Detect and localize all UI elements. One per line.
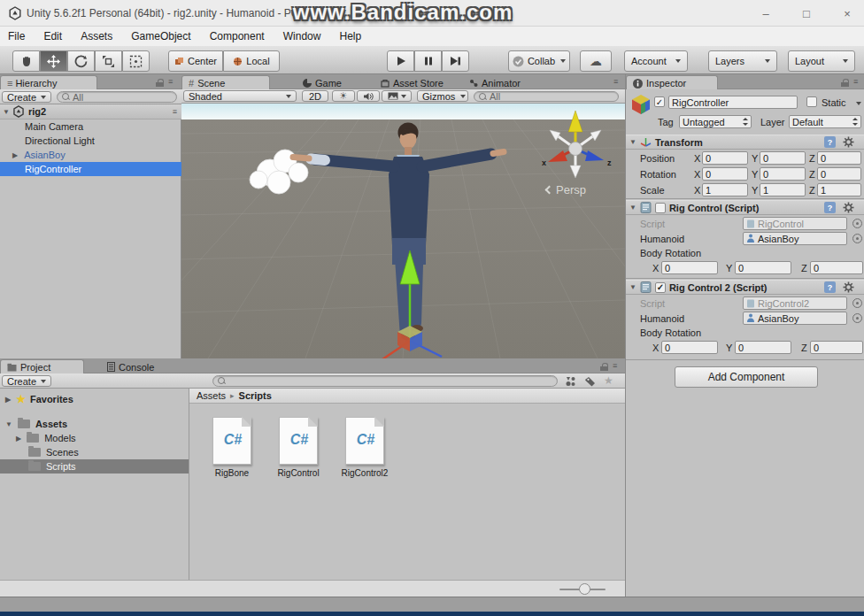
tree-item-scripts[interactable]: Scripts [0,459,189,474]
lock-icon[interactable] [600,363,608,371]
breadcrumb-root[interactable]: Assets [197,390,226,401]
tab-animator[interactable]: Animator [463,75,528,89]
lock-icon[interactable] [841,79,849,87]
hand-tool-button[interactable] [12,50,40,72]
hierarchy-search-input[interactable]: All [57,91,177,103]
tab-project[interactable]: Project [0,359,84,373]
layer-dropdown[interactable]: Default [789,115,861,128]
tab-hierarchy[interactable]: ≡ Hierarchy [0,75,97,89]
hierarchy-item-main-camera[interactable]: Main Camera [0,119,181,134]
active-checkbox[interactable]: ✓ [654,96,665,107]
menu-edit[interactable]: Edit [35,27,70,46]
foldout-open-icon[interactable]: ▼ [5,420,12,428]
lighting-toggle-button[interactable]: ☀ [332,90,355,102]
menu-window[interactable]: Window [275,27,329,46]
tab-asset-store[interactable]: Asset Store [374,75,451,89]
pause-button[interactable] [414,50,442,72]
menu-assets[interactable]: Assets [73,27,120,46]
tree-item-scenes[interactable]: Scenes [0,445,189,459]
scale-x-field[interactable]: 1 [702,183,748,196]
menu-component[interactable]: Component [202,27,273,46]
tag-dropdown[interactable]: Untagged [679,115,752,128]
effects-dropdown[interactable] [382,90,412,102]
rotate-tool-button[interactable] [67,50,95,72]
help-icon[interactable]: ? [824,202,836,213]
search-by-label-icon[interactable] [584,376,596,387]
slider-knob[interactable] [579,583,590,595]
humanoid-object-field[interactable]: AsianBoy [743,232,847,245]
foldout-open-icon[interactable]: ▼ [629,204,636,212]
rotation-y-field[interactable]: 0 [760,167,806,181]
file-rigcontrol2[interactable]: C# RigControl2 [331,417,398,478]
layout-dropdown[interactable]: Layout [788,50,855,72]
space-toggle-button[interactable]: Local [223,50,280,72]
layers-dropdown[interactable]: Layers [708,50,777,72]
move-tool-button[interactable] [40,50,67,72]
tab-console[interactable]: Console [101,359,162,373]
scene-search-input[interactable]: All [474,91,619,102]
rotation-z-field[interactable]: 0 [817,167,861,181]
gameobject-name-field[interactable]: RigController [668,96,798,109]
tree-item-assets[interactable]: ▼ Assets [0,417,189,431]
scene-viewport[interactable]: x z Persp [181,104,625,358]
hierarchy-item-rigcontroller[interactable]: RigController [0,162,181,176]
rig-control-2-header[interactable]: ▼ ✓ Rig Control 2 (Script) ? [626,280,864,295]
panel-menu-icon[interactable]: ≡ [613,77,617,86]
panel-menu-icon[interactable]: ≡ [613,361,616,370]
breadcrumb-current[interactable]: Scripts [239,390,272,401]
step-button[interactable] [442,50,469,72]
lock-icon[interactable] [156,79,164,87]
tab-inspector[interactable]: Inspector [626,75,718,89]
scale-y-field[interactable]: 1 [760,183,806,196]
foldout-closed-icon[interactable]: ▶ [5,396,11,404]
play-button[interactable] [387,50,414,72]
close-button[interactable]: × [834,4,860,23]
file-rigcontrol[interactable]: C# RigControl [265,417,332,478]
transform-header[interactable]: ▼ Transform ? [626,135,864,150]
foldout-open-icon[interactable]: ▼ [3,108,10,116]
object-picker-icon[interactable] [852,298,862,308]
body-rotation-z-field[interactable]: 0 [810,341,863,354]
menu-file[interactable]: File [0,27,33,46]
perspective-toggle[interactable]: Persp [546,183,586,196]
component-enabled-checkbox[interactable] [655,203,666,213]
pivot-toggle-button[interactable]: Center [168,50,223,72]
rect-tool-button[interactable] [122,50,150,72]
body-rotation-z-field[interactable]: 0 [810,261,863,274]
panel-menu-icon[interactable]: ≡ [168,77,172,86]
2d-toggle-button[interactable]: 2D [302,90,328,102]
gear-icon[interactable] [843,202,854,213]
collab-dropdown[interactable]: Collab [508,50,570,72]
maximize-button[interactable]: □ [793,4,820,23]
project-create-dropdown[interactable]: Create [2,375,51,387]
script-object-field[interactable]: RigControl [743,217,847,230]
position-y-field[interactable]: 0 [760,151,806,165]
hierarchy-create-dropdown[interactable]: Create [2,91,51,103]
hierarchy-item-asianboy[interactable]: ▶ AsianBoy [0,148,181,162]
foldout-open-icon[interactable]: ▼ [629,283,636,291]
cloud-services-button[interactable]: ☁ [580,50,612,72]
gizmos-dropdown[interactable]: Gizmos [417,90,468,102]
scale-z-field[interactable]: 1 [817,183,861,196]
tab-scene[interactable]: # Scene [181,75,270,89]
file-rigbone[interactable]: C# RigBone [198,417,266,478]
menu-gameobject[interactable]: GameObject [123,27,198,46]
tree-item-models[interactable]: ▶ Models [0,431,189,445]
component-enabled-checkbox[interactable]: ✓ [655,282,666,293]
foldout-closed-icon[interactable]: ▶ [12,151,18,159]
humanoid-object-field[interactable]: AsianBoy [743,312,847,325]
search-by-type-icon[interactable] [565,376,576,387]
body-rotation-x-field[interactable]: 0 [661,261,718,274]
minimize-button[interactable]: – [752,4,779,23]
gear-icon[interactable] [843,281,854,293]
gear-icon[interactable] [843,136,854,148]
position-z-field[interactable]: 0 [817,151,861,165]
scale-tool-button[interactable] [95,50,122,72]
foldout-closed-icon[interactable]: ▶ [16,435,21,443]
account-dropdown[interactable]: Account [624,50,688,72]
tab-game[interactable]: Game [297,75,350,89]
add-component-button[interactable]: Add Component [675,366,818,388]
shading-mode-dropdown[interactable]: Shaded [183,90,297,102]
body-rotation-y-field[interactable]: 0 [735,341,791,354]
help-icon[interactable]: ? [824,281,836,293]
